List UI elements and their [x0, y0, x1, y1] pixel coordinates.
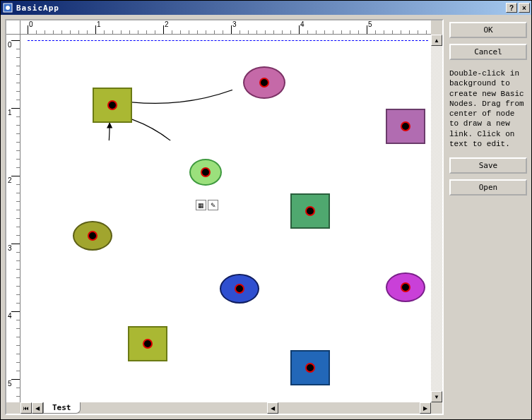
node-port-icon[interactable] — [305, 363, 315, 373]
scroll-up-button[interactable]: ▲ — [431, 35, 442, 46]
node-port-icon[interactable] — [401, 121, 410, 131]
vertical-scrollbar[interactable]: ▲ ▼ — [431, 35, 442, 402]
node-port-icon[interactable] — [259, 78, 269, 88]
horizontal-ruler: 012345 — [20, 20, 431, 35]
tab-scroll-first-button[interactable]: ⏮ — [20, 402, 32, 414]
diagram-node[interactable] — [128, 326, 167, 361]
diagram-node[interactable] — [189, 159, 222, 186]
diagram-node[interactable] — [93, 88, 132, 123]
sheet-tab[interactable]: Test — [43, 402, 81, 414]
node-port-icon[interactable] — [143, 339, 153, 349]
diagram-node[interactable] — [386, 272, 425, 302]
tab-scroll-prev-button[interactable]: ◀ — [32, 402, 43, 414]
node-port-icon[interactable] — [401, 282, 410, 292]
node-port-icon[interactable] — [305, 206, 315, 216]
page-boundary — [28, 40, 428, 42]
titlebar[interactable]: BasicApp ? × — [1, 1, 531, 15]
diagram-node[interactable] — [290, 193, 330, 229]
app-icon — [2, 2, 13, 13]
diagram-node[interactable] — [386, 109, 425, 144]
scroll-left-button[interactable]: ◀ — [267, 402, 278, 414]
horizontal-scrollbar[interactable]: ⏮ ◀ Test ◀ ▶ — [20, 402, 431, 414]
right-panel: OK Cancel Double-click in background to … — [449, 19, 527, 415]
diagram-node[interactable] — [290, 350, 330, 385]
close-button[interactable]: × — [519, 3, 530, 13]
open-button[interactable]: Open — [449, 179, 527, 196]
save-button[interactable]: Save — [449, 157, 527, 174]
content-area: 012345 012345 ▦ ✎ — [1, 15, 531, 419]
ok-button[interactable]: OK — [449, 22, 527, 38]
vscroll-track[interactable] — [431, 46, 442, 391]
app-window: BasicApp ? × 012345 012345 — [0, 0, 532, 420]
diagram-canvas[interactable]: ▦ ✎ — [20, 35, 431, 402]
selection-handles[interactable]: ▦ ✎ — [196, 200, 220, 211]
smart-tag-icon[interactable]: ▦ — [196, 200, 206, 210]
vertical-ruler: 012345 — [6, 35, 20, 402]
node-port-icon[interactable] — [107, 100, 117, 110]
scroll-right-button[interactable]: ▶ — [420, 402, 431, 414]
diagram-node[interactable] — [220, 274, 259, 304]
diagram-node[interactable] — [243, 66, 285, 99]
ruler-corner — [6, 20, 20, 35]
paste-options-icon[interactable]: ✎ — [208, 200, 218, 210]
node-port-icon[interactable] — [235, 284, 244, 294]
svg-point-1 — [6, 6, 10, 10]
canvas-frame: 012345 012345 ▦ ✎ — [5, 19, 444, 415]
dot-grid — [20, 35, 431, 402]
help-button[interactable]: ? — [506, 3, 517, 13]
help-text: Double-click in background to create new… — [449, 66, 527, 152]
diagram-node[interactable] — [73, 221, 112, 251]
node-port-icon[interactable] — [201, 167, 211, 177]
scroll-down-button[interactable]: ▼ — [431, 391, 442, 402]
cancel-button[interactable]: Cancel — [449, 44, 527, 60]
window-title: BasicApp — [16, 4, 504, 13]
node-port-icon[interactable] — [88, 231, 97, 241]
